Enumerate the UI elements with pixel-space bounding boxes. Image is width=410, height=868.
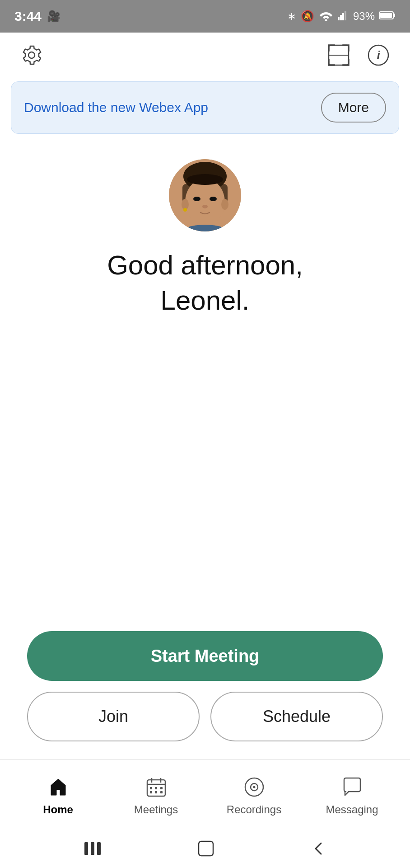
svg-rect-41 xyxy=(97,842,101,855)
messaging-label: Messaging xyxy=(326,803,378,816)
svg-rect-39 xyxy=(84,842,88,855)
banner-text[interactable]: Download the new Webex App xyxy=(24,100,208,115)
nav-item-messaging[interactable]: Messaging xyxy=(303,776,401,816)
svg-point-25 xyxy=(187,174,223,185)
svg-rect-3 xyxy=(342,13,344,20)
system-nav xyxy=(0,832,410,868)
svg-point-20 xyxy=(210,197,217,201)
svg-point-21 xyxy=(202,205,208,208)
recordings-label: Recordings xyxy=(227,803,281,816)
bottom-nav: Home Meetings xyxy=(0,760,410,832)
svg-rect-30 xyxy=(150,787,152,789)
svg-point-24 xyxy=(183,208,187,212)
greeting-text: Good afternoon, Leonel. xyxy=(107,248,303,318)
mute-icon: 🔕 xyxy=(301,10,314,23)
svg-rect-4 xyxy=(345,11,346,20)
nav-item-home[interactable]: Home xyxy=(9,776,107,816)
recordings-icon xyxy=(243,776,265,800)
svg-rect-40 xyxy=(91,842,94,855)
svg-point-0 xyxy=(325,19,327,22)
battery-icon xyxy=(379,10,396,23)
svg-rect-35 xyxy=(160,791,163,793)
banner-more-button[interactable]: More xyxy=(321,93,386,123)
svg-text:i: i xyxy=(377,48,380,62)
home-label: Home xyxy=(43,803,73,816)
secondary-buttons: Join Schedule xyxy=(27,692,383,741)
download-banner: Download the new Webex App More xyxy=(11,81,399,134)
svg-rect-42 xyxy=(199,841,213,856)
settings-icon[interactable] xyxy=(18,42,45,69)
svg-rect-33 xyxy=(150,791,152,793)
avatar xyxy=(169,159,241,231)
home-icon xyxy=(47,776,69,800)
header-right: i xyxy=(325,42,392,69)
svg-rect-31 xyxy=(155,787,157,789)
video-status-icon: 🎥 xyxy=(47,10,61,23)
home-button[interactable] xyxy=(197,840,215,861)
scan-button[interactable] xyxy=(325,42,352,69)
battery-text: 93% xyxy=(353,10,375,23)
svg-point-18 xyxy=(221,199,228,210)
signal-icon xyxy=(338,9,349,23)
action-buttons: Start Meeting Join Schedule xyxy=(18,631,392,741)
svg-rect-32 xyxy=(160,787,163,789)
main-content: Good afternoon, Leonel. Start Meeting Jo… xyxy=(0,141,410,760)
start-meeting-button[interactable]: Start Meeting xyxy=(27,631,383,681)
svg-rect-7 xyxy=(380,13,392,18)
svg-point-19 xyxy=(193,197,200,201)
status-left: 3:44 🎥 xyxy=(14,9,61,24)
status-right: ∗ 🔕 93% xyxy=(287,9,396,24)
bluetooth-icon: ∗ xyxy=(287,10,296,23)
greeting-line1: Good afternoon, xyxy=(107,250,303,280)
svg-rect-6 xyxy=(393,14,395,17)
nav-item-meetings[interactable]: Meetings xyxy=(107,776,205,816)
info-button[interactable]: i xyxy=(365,42,392,69)
svg-point-16 xyxy=(185,179,225,226)
svg-rect-2 xyxy=(340,15,342,20)
schedule-button[interactable]: Schedule xyxy=(210,692,383,741)
messaging-icon xyxy=(341,776,363,800)
join-button[interactable]: Join xyxy=(27,692,200,741)
meetings-label: Meetings xyxy=(134,803,178,816)
greeting-line2: Leonel. xyxy=(161,285,250,316)
status-bar: 3:44 🎥 ∗ 🔕 93% xyxy=(0,0,410,33)
recent-apps-button[interactable] xyxy=(84,840,102,860)
header: i xyxy=(0,33,410,78)
status-time: 3:44 xyxy=(14,9,42,24)
svg-point-38 xyxy=(253,786,255,788)
back-button[interactable] xyxy=(310,840,326,860)
svg-rect-34 xyxy=(155,791,157,793)
svg-rect-1 xyxy=(338,17,340,20)
nav-item-recordings[interactable]: Recordings xyxy=(205,776,303,816)
wifi-icon xyxy=(319,9,333,24)
meetings-icon xyxy=(145,776,167,800)
